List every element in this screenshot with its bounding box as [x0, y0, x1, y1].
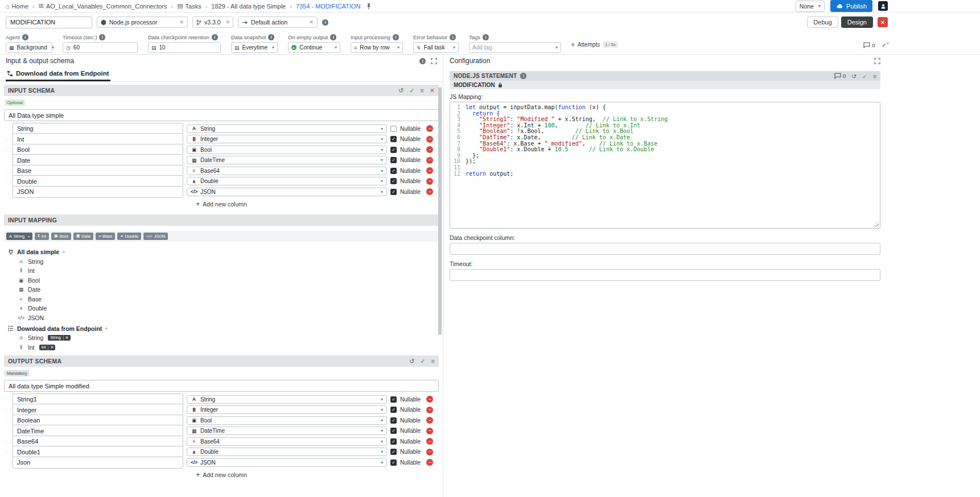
data-snapshot-select[interactable]: ▤Everytime▾ [231, 42, 278, 53]
default-action-select[interactable]: Default action ✕ [238, 16, 318, 28]
column-type-select[interactable]: ▣Bool▾ [187, 146, 387, 154]
tab-download-data-from-endpoint[interactable]: Download data from Endpoint [6, 70, 110, 81]
column-type-select[interactable]: ⅡInteger▾ [187, 135, 387, 143]
validate-check-icon[interactable]: ✓ [862, 73, 867, 80]
remove-column-button[interactable]: − [426, 157, 433, 164]
nullable-checkbox[interactable]: ✓ [390, 396, 397, 403]
mapping-chip[interactable]: ▣Bool [51, 233, 71, 240]
drag-handle[interactable]: ⋮⋮ [4, 397, 9, 401]
js-code-editor[interactable]: 1let output = inputData.map(function (x)… [450, 102, 880, 229]
breadcrumb-item[interactable]: ⊞AO_Local_Variables_Common_Connectors [39, 2, 167, 10]
remove-column-button[interactable]: − [426, 136, 433, 143]
environment-select[interactable]: None ▾ [796, 1, 825, 12]
nullable-checkbox[interactable]: ✓ [390, 147, 397, 153]
remove-column-button[interactable]: − [426, 178, 433, 185]
drag-handle[interactable]: ⋮⋮ [4, 148, 9, 152]
info-icon[interactable]: i [393, 34, 399, 40]
remove-column-button[interactable]: − [426, 146, 433, 153]
close-button[interactable]: × [878, 17, 888, 27]
info-icon[interactable]: i [419, 58, 426, 64]
info-icon[interactable]: i [212, 34, 218, 40]
remove-column-button[interactable]: − [426, 428, 433, 434]
drag-handle[interactable]: ⋮⋮ [4, 461, 9, 465]
column-type-select[interactable]: ▦DateTime▾ [187, 426, 387, 435]
timeout-input[interactable]: ◷60 [63, 42, 138, 53]
error-behavior-select[interactable]: ↯Fail task▾ [413, 42, 459, 53]
task-name-input[interactable] [6, 16, 92, 28]
column-type-select[interactable]: ▦DateTime▾ [187, 156, 387, 164]
info-icon[interactable]: i [450, 34, 456, 40]
drag-handle[interactable]: ⋮⋮ [4, 440, 9, 444]
add-tag-select[interactable]: Add tag▾ [469, 42, 561, 53]
info-icon[interactable]: i [22, 34, 28, 40]
nullable-checkbox[interactable]: ✓ [390, 428, 397, 434]
column-type-select[interactable]: ≡Base64▾ [187, 167, 387, 175]
column-type-select[interactable]: AString▾ [187, 125, 387, 133]
checkpoint-column-input[interactable] [450, 243, 880, 255]
nullable-checkbox[interactable]: ✓ [390, 178, 397, 184]
nullable-checkbox[interactable]: ✓ [390, 417, 397, 424]
mapping-tree-item[interactable]: ∧Double [18, 304, 439, 313]
pin-icon[interactable] [366, 3, 372, 10]
mapping-tree-item[interactable]: ▦Date [18, 285, 439, 295]
nullable-checkbox[interactable]: ✓ [390, 189, 397, 195]
comments-button[interactable]: 0 [834, 73, 846, 79]
remove-mapping-icon[interactable]: ✕ [63, 335, 71, 341]
breadcrumb-item[interactable]: 7354 - MODIFICATION [296, 3, 360, 10]
mapping-tree-item[interactable]: </>JSON [18, 313, 439, 323]
attempts[interactable]: ≡ Attempts 1 / 5x [571, 42, 618, 48]
validate-check-icon[interactable]: ✓ [420, 358, 425, 365]
undo-icon[interactable]: ↺ [409, 358, 414, 365]
drag-handle[interactable]: ⋮⋮ [4, 450, 9, 454]
validate-check-icon[interactable]: ✓ [409, 87, 414, 94]
drag-handle[interactable]: ⋮⋮ [4, 127, 9, 131]
column-type-select[interactable]: ▣Bool▾ [187, 416, 387, 425]
drag-handle[interactable]: ⋮⋮ [4, 169, 9, 173]
mapping-chip[interactable]: </>JSON [143, 233, 168, 240]
clear-icon[interactable]: ✕ [224, 19, 230, 25]
design-button[interactable]: Design [841, 16, 873, 28]
mapping-tree-item[interactable]: AString [18, 257, 439, 267]
drag-handle[interactable]: ⋮⋮ [4, 419, 9, 423]
remove-column-button[interactable]: − [426, 407, 433, 413]
list-icon[interactable]: ≡ [431, 358, 435, 365]
remove-column-button[interactable]: − [426, 125, 433, 132]
column-type-select[interactable]: ≡Base64▾ [187, 437, 387, 446]
nullable-checkbox[interactable]: ✓ [390, 157, 397, 163]
collapse-icon[interactable]: › [60, 251, 67, 252]
drag-handle[interactable]: ⋮⋮ [4, 429, 9, 433]
remove-column-button[interactable]: − [426, 188, 433, 195]
nullable-checkbox[interactable]: ✓ [390, 407, 397, 413]
column-type-select[interactable]: AString▾ [187, 395, 387, 404]
expand-icon[interactable] [431, 58, 437, 64]
empty-output-select[interactable]: ▸Continue▾ [288, 42, 340, 53]
delete-schema-icon[interactable]: ✕ [430, 87, 435, 94]
drag-handle[interactable]: ⋮⋮ [4, 179, 9, 183]
column-name-input[interactable] [13, 457, 183, 469]
remove-mapping-icon[interactable]: ✕ [48, 345, 55, 350]
version-select[interactable]: v3.3.0 ✕ [192, 16, 233, 28]
input-processing-select[interactable]: ≡Row by row▾ [351, 42, 403, 53]
mapping-chip[interactable]: ∧Double [117, 233, 141, 240]
drag-handle[interactable]: ⋮⋮ [4, 158, 9, 162]
mapping-tree-item[interactable]: AStringString✕ [18, 333, 439, 343]
info-icon[interactable]: i [268, 34, 274, 40]
mapping-tree-item[interactable]: ≡Base [18, 295, 439, 304]
validate-icon[interactable]: ✓+ [882, 42, 889, 48]
expand-icon[interactable] [874, 58, 880, 64]
nullable-checkbox[interactable]: ✓ [390, 449, 397, 455]
assistant-icon[interactable] [878, 1, 888, 11]
checkpoint-retention-input[interactable]: ▤10 [148, 42, 221, 53]
mapping-chip[interactable]: ▦Date [73, 233, 93, 240]
column-name-input[interactable] [13, 186, 183, 198]
column-type-select[interactable]: </>JSON▾ [187, 188, 387, 196]
column-type-select[interactable]: ∧Double▾ [187, 177, 387, 185]
clear-icon[interactable]: ✕ [177, 19, 184, 25]
remove-column-button[interactable]: − [426, 449, 433, 455]
remove-column-button[interactable]: − [426, 417, 433, 424]
mapping-group-header[interactable]: Download data from Endpoint› [8, 324, 439, 333]
info-icon[interactable]: i [520, 73, 526, 79]
info-icon[interactable]: i [483, 34, 489, 40]
remove-column-button[interactable]: − [426, 167, 433, 174]
mapping-chip[interactable]: AString▾ [6, 233, 32, 240]
